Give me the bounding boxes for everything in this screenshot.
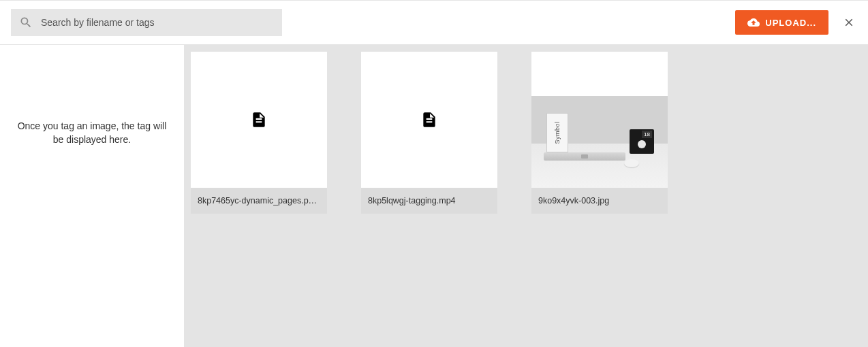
empty-tag-message: Once you tag an image, the tag will be d… — [12, 120, 172, 146]
file-caption: 8kp5lqwgj-tagging.mp4 — [361, 188, 497, 214]
file-thumbnail — [191, 52, 327, 188]
upload-button[interactable]: UPLOAD... — [735, 10, 828, 35]
close-icon — [843, 16, 855, 29]
file-thumbnail — [361, 52, 497, 188]
file-icon — [250, 111, 268, 129]
cloud-upload-icon — [747, 16, 760, 29]
upload-button-label: UPLOAD... — [765, 18, 816, 28]
close-button[interactable] — [841, 14, 857, 31]
tag-sidebar: Once you tag an image, the tag will be d… — [0, 45, 184, 347]
file-card[interactable]: 8kp5lqwgj-tagging.mp4 — [361, 52, 497, 214]
file-card[interactable]: 9ko9x4yvk-003.jpg — [531, 52, 668, 214]
main-area: Once you tag an image, the tag will be d… — [0, 45, 868, 347]
search-input[interactable] — [41, 17, 274, 28]
file-caption: 9ko9x4yvk-003.jpg — [531, 188, 668, 214]
file-icon — [420, 111, 438, 129]
file-caption: 8kp7465yc-dynamic_pages.patch — [191, 188, 327, 214]
file-grid: 8kp7465yc-dynamic_pages.patch 8kp5lqwgj-… — [184, 45, 868, 347]
search-icon — [19, 16, 33, 29]
search-box[interactable] — [11, 9, 282, 36]
topbar: UPLOAD... — [0, 0, 868, 45]
file-card[interactable]: 8kp7465yc-dynamic_pages.patch — [191, 52, 327, 214]
image-thumbnail — [531, 52, 668, 188]
photo-preview — [531, 96, 668, 188]
